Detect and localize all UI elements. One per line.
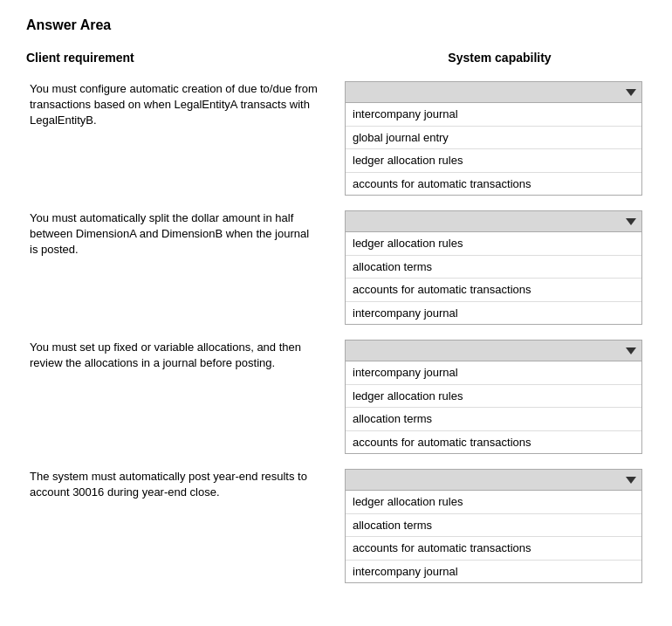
dropdown-option-2-3[interactable]: accounts for automatic transactions bbox=[346, 279, 641, 302]
capability-dropdown-2[interactable]: ledger allocation rulesallocation termsa… bbox=[336, 203, 646, 333]
capability-dropdown-3[interactable]: intercompany journalledger allocation ru… bbox=[336, 333, 646, 462]
dropdown-header-3[interactable] bbox=[346, 341, 641, 361]
chevron-down-icon bbox=[626, 347, 636, 354]
dropdown-option-1-3[interactable]: ledger allocation rules bbox=[346, 149, 641, 173]
answer-table: Client requirement System capability You… bbox=[26, 51, 646, 590]
chevron-down-icon bbox=[626, 89, 636, 96]
dropdown-options-4: ledger allocation rulesallocation termsa… bbox=[346, 491, 641, 582]
dropdown-option-2-2[interactable]: allocation terms bbox=[346, 256, 641, 279]
dropdown-header-1[interactable] bbox=[346, 82, 641, 103]
dropdown-option-1-1[interactable]: intercompany journal bbox=[346, 103, 641, 127]
dropdown-option-4-4[interactable]: intercompany journal bbox=[346, 561, 641, 583]
dropdown-options-3: intercompany journalledger allocation ru… bbox=[346, 361, 641, 453]
dropdown-options-2: ledger allocation rulesallocation termsa… bbox=[346, 232, 641, 324]
dropdown-option-2-1[interactable]: ledger allocation rules bbox=[346, 232, 641, 256]
requirement-text-4: The system must automatically post year-… bbox=[26, 462, 336, 591]
dropdown-header-4[interactable] bbox=[346, 470, 641, 491]
dropdown-container-4[interactable]: ledger allocation rulesallocation termsa… bbox=[345, 469, 642, 583]
dropdown-option-3-2[interactable]: ledger allocation rules bbox=[346, 385, 641, 409]
table-row: You must automatically split the dollar … bbox=[26, 203, 646, 333]
dropdown-option-1-2[interactable]: global journal entry bbox=[346, 127, 641, 150]
chevron-down-icon bbox=[626, 477, 636, 484]
dropdown-option-4-2[interactable]: allocation terms bbox=[346, 514, 641, 538]
dropdown-header-2[interactable] bbox=[346, 211, 641, 232]
dropdown-container-3[interactable]: intercompany journalledger allocation ru… bbox=[345, 340, 642, 454]
col-header-requirement: Client requirement bbox=[26, 51, 336, 74]
table-row: The system must automatically post year-… bbox=[26, 462, 646, 591]
page-title: Answer Area bbox=[26, 17, 646, 33]
table-row: You must set up fixed or variable alloca… bbox=[26, 333, 646, 462]
requirement-text-3: You must set up fixed or variable alloca… bbox=[26, 333, 336, 462]
col-header-capability: System capability bbox=[336, 51, 646, 74]
requirement-text-2: You must automatically split the dollar … bbox=[26, 203, 336, 333]
requirement-text-1: You must configure automatic creation of… bbox=[26, 74, 336, 203]
dropdown-option-1-4[interactable]: accounts for automatic transactions bbox=[346, 173, 641, 196]
chevron-down-icon bbox=[626, 218, 636, 225]
dropdown-options-1: intercompany journalglobal journal entry… bbox=[346, 103, 641, 195]
dropdown-container-1[interactable]: intercompany journalglobal journal entry… bbox=[345, 81, 642, 196]
capability-dropdown-1[interactable]: intercompany journalglobal journal entry… bbox=[336, 74, 646, 203]
dropdown-option-3-1[interactable]: intercompany journal bbox=[346, 361, 641, 385]
dropdown-container-2[interactable]: ledger allocation rulesallocation termsa… bbox=[345, 210, 642, 325]
dropdown-option-2-4[interactable]: intercompany journal bbox=[346, 302, 641, 325]
dropdown-option-3-4[interactable]: accounts for automatic transactions bbox=[346, 431, 641, 454]
capability-dropdown-4[interactable]: ledger allocation rulesallocation termsa… bbox=[336, 462, 646, 591]
table-row: You must configure automatic creation of… bbox=[26, 74, 646, 203]
dropdown-option-4-1[interactable]: ledger allocation rules bbox=[346, 491, 641, 514]
dropdown-option-4-3[interactable]: accounts for automatic transactions bbox=[346, 537, 641, 561]
dropdown-option-3-3[interactable]: allocation terms bbox=[346, 408, 641, 431]
